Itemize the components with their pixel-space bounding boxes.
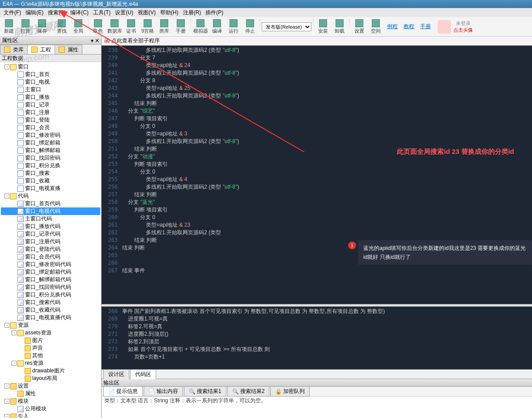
build-mode-select[interactable]: 发布版(Release) [262,22,311,31]
code-line[interactable]: 类型=api地址 & 3 [122,130,530,138]
tree-node[interactable]: 窗口_记录 [1,101,100,109]
login-status[interactable]: 未登录点击头像 [453,20,473,34]
tree-node[interactable]: 窗口_解绑邮箱代码 [1,276,100,283]
tree-node[interactable]: 窗口_登陆代码 [1,245,100,253]
tree-node[interactable]: -代码 [1,192,100,200]
prop-tab-2[interactable]: 属性 [55,45,82,54]
code-line[interactable]: 类型=api地址 & 25 [122,84,530,92]
save-icon[interactable]: 保存 [34,18,50,36]
code-editor-bottom[interactable]: 268269270271272273274 事件 国产剧列表框1.表项被滚动 首… [102,307,532,369]
tree-node[interactable]: 窗口_找回密码代码 [1,283,100,291]
tree-node[interactable]: 主窗口代码 [1,215,100,223]
tree-node[interactable]: 声音 [1,344,100,352]
code-line[interactable]: 结束 判断 [122,191,530,198]
tree-node[interactable]: layout布局 [1,375,100,382]
tree-toggle-icon[interactable]: - [4,414,9,418]
code-line[interactable]: 分支 8 [122,77,530,84]
global-icon[interactable]: 全局 [70,18,86,36]
tree-node[interactable]: 窗口_注册 [1,109,100,116]
tree-node[interactable]: 窗口_找回密码 [1,154,100,162]
code-line[interactable]: 分支 "综艺" [122,107,530,115]
tree-node[interactable]: 其他 [1,352,100,359]
stop-icon[interactable]: 停止 [242,18,258,36]
tree-node[interactable]: -res资源 [1,359,100,367]
menu-7[interactable]: 帮助(H) [158,8,180,17]
menu-4[interactable]: 工具(T) [91,8,112,17]
tree-node[interactable]: 窗口_修改密码 [1,131,100,139]
design-tab-0[interactable]: 设计区 [103,369,129,380]
color-icon[interactable]: 取色 [90,18,106,36]
code-line[interactable]: 类型=api地址 & 24 [122,62,530,69]
menu-0[interactable]: 文件(F) [2,8,23,17]
prop-tab-1[interactable]: 工程 [27,45,55,54]
design-tab-1[interactable]: 代码区 [130,369,156,380]
code-line[interactable]: 判断 项目索引 [122,115,530,122]
tree-node[interactable]: 窗口_电视代码 [1,207,100,215]
code-line[interactable]: 判断 项目索引 [122,160,530,168]
tree-node[interactable]: 窗口_播放代码 [1,223,100,230]
open-icon[interactable]: 打开 [17,18,34,36]
cert-icon[interactable]: 证书 [123,18,139,36]
code-line[interactable]: 分支 0 [122,214,530,221]
output-tab-3[interactable]: 🔍搜索结果2 [227,386,270,397]
code-line[interactable]: 进度圈2.到顶层() [122,330,530,338]
toolbar-link[interactable]: 教程 [404,23,414,30]
space-icon[interactable]: 空间 [368,18,384,36]
toolbar-link[interactable]: 例程 [387,23,398,30]
code-line[interactable]: 分支 7 [122,54,530,62]
code-line[interactable]: 进度圈1.可视=真 [122,315,530,323]
code-line[interactable]: 多线程1.开始取网页源码2 (类型 "utf-8") [122,92,530,100]
sub-hint-bar[interactable]: 函 点此查看全部子程序 [102,37,532,46]
lib-icon[interactable]: 类库 [156,18,172,36]
tree-node[interactable]: 窗口_积分兑换 [1,162,100,169]
code-editor-top[interactable]: 2382392402412422432442452462472482492502… [102,46,532,304]
tree-node[interactable]: 属性 [1,390,100,397]
tree-toggle-icon[interactable]: - [4,384,9,388]
output-tab-0[interactable]: 📄提示信息 [103,386,143,397]
settings-icon[interactable]: 设置 [351,18,367,36]
tree-node[interactable]: drawable图片 [1,367,100,375]
tree-node[interactable]: 窗口_搜索 [1,169,100,177]
code-line[interactable]: 多线程1.开始取网页源码2 (类型 "utf-8") [122,183,530,191]
tree-node[interactable]: 公用模块 [1,405,100,413]
tree-toggle-icon[interactable]: - [12,330,17,335]
uninstall-icon[interactable]: 卸载 [332,18,348,36]
tree-node[interactable]: 窗口_绑定邮箱代码 [1,268,100,276]
build-icon[interactable]: 编译 [209,18,225,36]
menu-3[interactable]: 编译(C) [68,8,90,17]
tree-node[interactable]: -assets资源 [1,329,100,337]
tree-node[interactable]: 窗口_解绑邮箱 [1,147,100,154]
project-tree[interactable]: -窗口窗口_首页窗口_电视主窗口窗口_播放窗口_记录窗口_注册窗口_登陆窗口_会… [0,62,101,418]
grid9-icon[interactable]: 9宫格 [140,18,156,36]
db-icon[interactable]: 数据库 [106,18,123,36]
tree-node[interactable]: 窗口_播放 [1,93,100,101]
tree-toggle-icon[interactable]: - [4,64,9,69]
tree-toggle-icon[interactable]: - [12,361,17,366]
code-line[interactable]: 结束 事件 [122,267,530,274]
tree-node[interactable]: 窗口_电视直播 [1,185,100,192]
code-line[interactable]: 类型=api地址 & 23 [122,221,530,229]
output-tab-4[interactable]: 🔒加密队列 [270,386,310,397]
tree-node[interactable]: 窗口_收藏代码 [1,306,100,314]
run-icon[interactable]: 运行 [226,18,242,36]
tree-node[interactable]: -窗口 [1,63,100,71]
tree-node[interactable]: 窗口_电视 [1,78,100,86]
menu-2[interactable]: 搜索(S) [46,8,68,17]
code-line[interactable]: 结束 判断 [122,100,530,107]
code-line[interactable]: 判断 项目索引 [122,206,530,214]
tree-node[interactable]: 窗口_修改密码代码 [1,261,100,268]
tree-node[interactable]: -设置 [1,382,100,390]
emu-icon[interactable]: 模拟器 [192,18,209,36]
tree-node[interactable]: 主窗口 [1,86,100,93]
toolbar-link[interactable]: 手册 [420,23,431,30]
tree-node[interactable]: 窗口_搜索代码 [1,299,100,306]
panel-chevron-icon[interactable]: ▾ ✕ [91,38,99,44]
code-line[interactable]: 分支 0 [122,122,530,130]
tree-node[interactable]: 窗口_记录代码 [1,230,100,238]
menu-1[interactable]: 编辑(E) [24,8,45,17]
install-icon[interactable]: 安装 [315,18,331,36]
tree-toggle-icon[interactable]: - [4,194,9,198]
tree-node[interactable]: 图片 [1,337,100,344]
find-icon[interactable]: 查找 [54,18,70,36]
tree-node[interactable]: -引入 [1,413,100,418]
